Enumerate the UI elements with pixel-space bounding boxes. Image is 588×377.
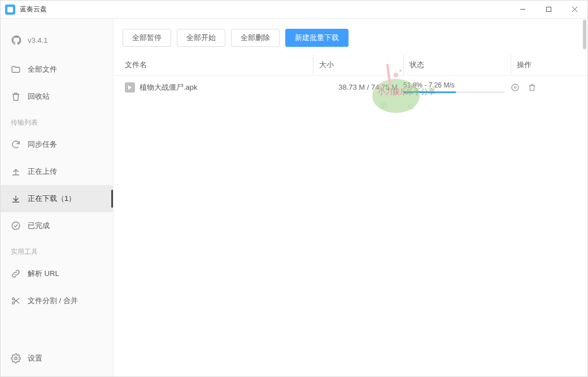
window-controls	[509, 1, 587, 19]
delete-icon[interactable]	[528, 83, 537, 92]
scissors-icon	[11, 296, 21, 306]
table-body: 植物大战僵尸.apk 38.73 M / 74.75 M 51.8% - 7.2…	[114, 75, 587, 376]
progress-bar-fill	[403, 91, 456, 93]
sidebar-item-recycle[interactable]: 回收站	[1, 83, 113, 110]
sidebar-item-settings[interactable]: 设置	[1, 345, 113, 372]
version-label: v3.4.1	[28, 36, 47, 45]
column-header-size: 大小	[313, 55, 403, 75]
sidebar-item-label: 已完成	[28, 221, 50, 231]
download-icon	[11, 194, 21, 204]
sidebar-item-label: 同步任务	[28, 139, 57, 150]
close-button[interactable]	[561, 1, 587, 19]
scrollbar[interactable]	[583, 20, 586, 49]
new-batch-download-button[interactable]: 新建批量下载	[285, 29, 349, 47]
sidebar-item-label: 回收站	[28, 91, 50, 102]
status-text: 51.8% - 7.26 M/s	[403, 81, 505, 89]
sidebar-item-label: 解析 URL	[28, 269, 59, 279]
table-row[interactable]: 植物大战僵尸.apk 38.73 M / 74.75 M 51.8% - 7.2…	[123, 76, 578, 99]
check-icon	[11, 221, 21, 231]
start-all-button[interactable]: 全部开始	[177, 29, 225, 47]
sidebar: v3.4.1 全部文件 回收站 传输列表 同步任务 正在上传 正在下载（1） 已…	[1, 19, 114, 376]
sidebar-item-label: 全部文件	[28, 64, 57, 74]
svg-point-4	[12, 222, 20, 230]
main-panel: 小刀娱乐 乐于分享 全部暂停 全部开始 全部删除 新建批量下载 文件名 大小 状…	[114, 19, 587, 376]
progress-bar-track	[403, 91, 505, 93]
sidebar-item-completed[interactable]: 已完成	[1, 212, 113, 239]
file-ops	[511, 83, 578, 92]
sidebar-item-all-files[interactable]: 全部文件	[1, 56, 113, 83]
folder-icon	[11, 64, 21, 74]
sidebar-section-transfer: 传输列表	[1, 110, 113, 131]
svg-rect-1	[546, 7, 551, 12]
titlebar: 蓝奏云盘	[1, 1, 587, 19]
file-name: 植物大战僵尸.apk	[140, 82, 198, 93]
delete-all-button[interactable]: 全部删除	[231, 29, 280, 47]
pause-all-button[interactable]: 全部暂停	[123, 29, 171, 47]
sidebar-item-parse-url[interactable]: 解析 URL	[1, 260, 113, 287]
svg-point-17	[512, 84, 519, 91]
app-title: 蓝奏云盘	[20, 5, 47, 14]
maximize-button[interactable]	[535, 1, 561, 19]
svg-point-7	[15, 357, 18, 360]
link-icon	[11, 269, 21, 279]
minimize-button[interactable]	[509, 1, 535, 19]
upload-icon	[11, 166, 21, 177]
sidebar-item-label: 正在上传	[28, 166, 57, 177]
trash-icon	[11, 91, 21, 102]
sidebar-item-label: 正在下载（1）	[28, 194, 76, 204]
file-icon	[125, 82, 135, 93]
column-header-ops: 操作	[511, 55, 578, 75]
toolbar: 全部暂停 全部开始 全部删除 新建批量下载	[114, 19, 587, 55]
file-status: 51.8% - 7.26 M/s	[403, 81, 511, 93]
sidebar-item-uploading[interactable]: 正在上传	[1, 158, 113, 185]
column-header-status: 状态	[403, 55, 511, 75]
sidebar-item-file-split[interactable]: 文件分割 / 合并	[1, 287, 113, 314]
version-row: v3.4.1	[1, 29, 113, 56]
sync-icon	[11, 139, 21, 150]
pause-icon[interactable]	[511, 83, 520, 92]
svg-point-5	[12, 297, 15, 300]
sidebar-section-tools: 实用工具	[1, 239, 113, 260]
gear-icon	[11, 353, 21, 363]
app-icon	[5, 5, 15, 15]
sidebar-item-label: 文件分割 / 合并	[28, 296, 78, 306]
column-header-name: 文件名	[123, 60, 313, 70]
sidebar-item-label: 设置	[28, 353, 42, 363]
table-header: 文件名 大小 状态 操作	[114, 55, 587, 75]
github-icon	[11, 34, 22, 46]
sidebar-item-downloading[interactable]: 正在下载（1）	[1, 185, 113, 212]
sidebar-item-sync[interactable]: 同步任务	[1, 131, 113, 158]
file-size: 38.73 M / 74.75 M	[313, 83, 403, 91]
svg-point-6	[12, 302, 15, 304]
